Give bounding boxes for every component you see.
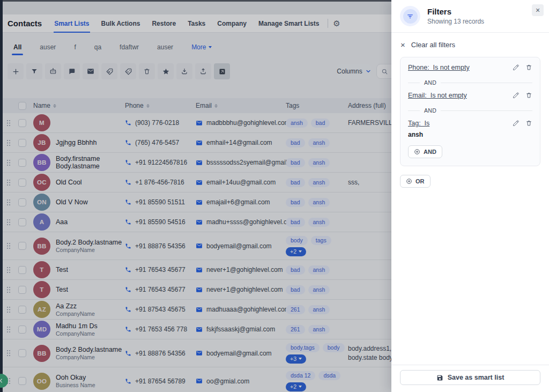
row-drag-handle[interactable] (3, 159, 14, 166)
tab-bulk-actions[interactable]: Bulk Actions (95, 14, 146, 33)
tag-pill[interactable]: ansh (308, 218, 330, 227)
column-header-name[interactable]: Name (29, 102, 125, 109)
favorite-button[interactable] (158, 63, 174, 79)
phone-cell[interactable]: +91 76543 45677 (125, 286, 196, 293)
table-row[interactable]: ON Old V Now +91 85590 51511 emajail+6@g… (3, 193, 391, 212)
filter-button[interactable] (26, 63, 42, 79)
tag-pill[interactable]: body.tags (286, 343, 320, 352)
table-row[interactable]: JB Jgjhgg Bbhhh (765) 476-5457 emhail+14… (3, 133, 391, 153)
tag-pill[interactable]: bad (286, 138, 305, 147)
tag-pill[interactable]: ansh (308, 178, 330, 187)
smart-list-tab-fdaftwr[interactable]: fdaftwr (110, 39, 148, 55)
tag-pill[interactable]: ansh (286, 119, 308, 128)
name-cell[interactable]: BB Body.2 Body.lastnameCompanyName (29, 238, 125, 255)
delete-filter-button[interactable] (525, 64, 532, 71)
tag-pill[interactable]: body (286, 236, 308, 245)
more-tags-pill[interactable]: +2 (286, 247, 306, 256)
row-drag-handle[interactable] (3, 179, 14, 186)
row-checkbox[interactable] (18, 306, 26, 314)
table-row[interactable]: A Aaa +91 85590 54516 madhu+ssss@gohighl… (3, 212, 391, 232)
table-row[interactable]: BB Body.2 Body.lastnameCompanyName +91 8… (3, 339, 391, 367)
tag-pill[interactable]: ansh (308, 198, 330, 207)
settings-gear-icon[interactable]: ⚙ (333, 19, 340, 28)
tag-pill[interactable]: bad (286, 285, 305, 294)
email-cell[interactable]: bodyemail@gmail.com (196, 242, 286, 250)
row-checkbox[interactable] (18, 266, 26, 274)
table-row[interactable]: AZ Aa ZzzCompanyName +91 87543 45675 mad… (3, 300, 391, 320)
name-cell[interactable]: BB Body.firstname Body.lastname (29, 154, 125, 171)
name-cell[interactable]: MD Madhu 1m DsCompanyName (29, 321, 125, 338)
phone-cell[interactable]: +91 88876 54356 (125, 350, 196, 357)
add-contact-button[interactable] (8, 63, 24, 79)
filter-condition-label[interactable]: Phone: Is not empty (408, 64, 513, 71)
phone-cell[interactable]: +91 85590 51511 (125, 198, 196, 206)
export-button[interactable] (195, 63, 211, 79)
phone-cell[interactable]: +91 85590 54516 (125, 218, 196, 226)
edit-filter-button[interactable] (513, 120, 520, 127)
name-cell[interactable]: T Test (29, 281, 125, 298)
table-row[interactable]: BB Body.firstname Body.lastname +91 9122… (3, 153, 391, 173)
tag-pill[interactable]: bad (286, 178, 305, 187)
smart-list-more-button[interactable]: More (182, 39, 221, 55)
phone-cell[interactable]: +91 87654 56789 (125, 378, 196, 385)
tab-tasks[interactable]: Tasks (182, 14, 211, 33)
row-drag-handle[interactable] (3, 219, 14, 226)
merge-button[interactable] (214, 63, 230, 79)
table-row[interactable]: T Test +91 76543 45677 never+1@gohighlev… (3, 280, 391, 300)
table-row[interactable]: BB Body.2 Body.lastnameCompanyName +91 8… (3, 232, 391, 260)
phone-cell[interactable]: (903) 776-0218 (125, 119, 196, 127)
tag-pill[interactable]: dsda 12 (286, 371, 315, 380)
tag-pill[interactable]: 261 (286, 325, 305, 334)
import-button[interactable] (176, 63, 192, 79)
table-row[interactable]: OC Old Cool +1 876-456-7816 email+14uu@g… (3, 173, 391, 193)
row-checkbox[interactable] (18, 198, 26, 206)
row-drag-handle[interactable] (3, 306, 14, 313)
name-cell[interactable]: ON Old V Now (29, 194, 125, 211)
email-cell[interactable]: madhuaaa@gohighlevel.com (196, 306, 286, 313)
row-checkbox[interactable] (18, 139, 26, 147)
email-cell[interactable]: madhu+ssss@gohighlevel.com (196, 218, 286, 226)
clear-all-filters-button[interactable]: × Clear all filters (391, 33, 549, 56)
smart-list-tab-f[interactable]: f (65, 39, 85, 55)
add-or-group-button[interactable]: OR (400, 175, 431, 188)
automation-button[interactable] (45, 63, 61, 79)
phone-cell[interactable]: +91 87543 45675 (125, 306, 196, 313)
email-cell[interactable]: bsssssodss2syemail@gmail.com (196, 159, 286, 166)
tab-company[interactable]: Company (211, 14, 253, 33)
tag-pill[interactable]: dsda (318, 371, 340, 380)
sort-icon[interactable] (53, 104, 56, 108)
tag-pill[interactable]: ansh (308, 305, 330, 314)
email-cell[interactable]: never+1@gohighlevel.com (196, 266, 286, 273)
name-cell[interactable]: JB Jgjhgg Bbhhh (29, 134, 125, 151)
contact-search-input[interactable] (376, 64, 391, 79)
edit-filter-button[interactable] (513, 64, 520, 71)
phone-cell[interactable]: (765) 476-5457 (125, 139, 196, 146)
name-cell[interactable]: OC Old Cool (29, 174, 125, 191)
sort-icon[interactable] (146, 104, 150, 108)
tag-pill[interactable]: ansh (308, 285, 330, 294)
row-drag-handle[interactable] (3, 350, 14, 357)
delete-button[interactable] (139, 63, 155, 79)
sort-icon[interactable] (214, 104, 218, 108)
row-drag-handle[interactable] (3, 120, 14, 127)
email-cell[interactable]: fskjfssaaskj@gmial.com (196, 326, 286, 333)
name-cell[interactable]: T Test (29, 261, 125, 278)
tag-pill[interactable]: bad (286, 265, 305, 275)
row-checkbox[interactable] (18, 349, 26, 357)
tag-pill[interactable]: ansh (308, 265, 330, 275)
filter-condition-label[interactable]: Email: Is not empty (408, 92, 513, 99)
phone-cell[interactable]: +91 88876 54356 (125, 242, 196, 250)
tag-pill[interactable]: 261 (286, 305, 305, 314)
table-row[interactable]: T Test +91 76543 45677 never+1@gohighlev… (3, 260, 391, 280)
tag-pill[interactable]: bad (286, 158, 305, 167)
more-tags-pill[interactable]: +2 (286, 382, 306, 391)
phone-cell[interactable]: +91 91224567816 (125, 159, 196, 166)
table-row[interactable]: M (903) 776-0218 madbbbhu@gohighlevel.co… (3, 113, 391, 133)
smart-list-tab-auser[interactable]: auser (31, 39, 65, 55)
row-checkbox[interactable] (18, 218, 26, 226)
email-cell[interactable]: oo@gmial.com (196, 378, 286, 385)
send-sms-button[interactable] (64, 63, 80, 79)
tag-pill[interactable]: tags (311, 236, 331, 245)
smart-list-tab-auser[interactable]: auser (148, 39, 182, 55)
name-cell[interactable]: OO Ooh OkayBusiness Name (29, 373, 125, 390)
